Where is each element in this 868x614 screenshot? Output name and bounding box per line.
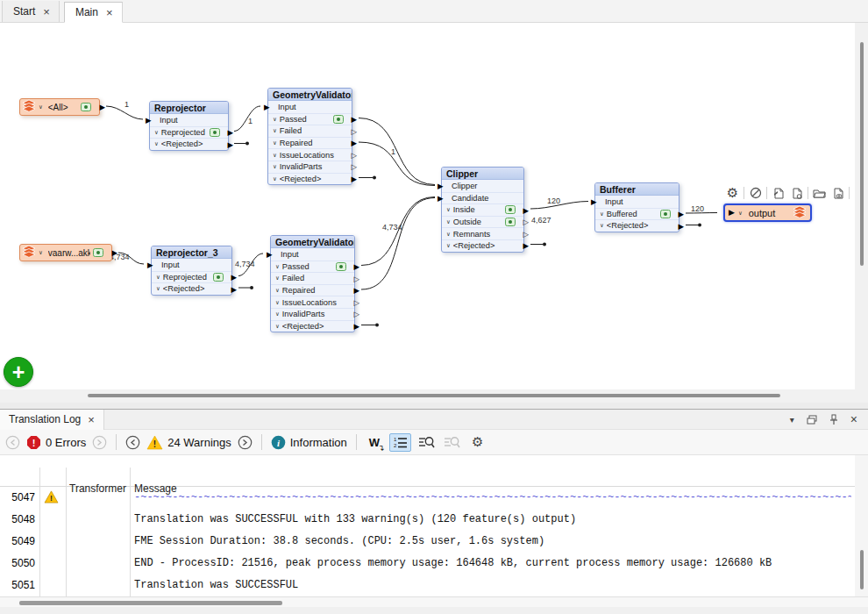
transformer-bufferer[interactable]: Bufferer ▶Input∨Buffered▶∨<Rejected>▶	[594, 182, 679, 232]
input-port-arrow-icon[interactable]: ▶	[438, 182, 444, 190]
tab-main-close-icon[interactable]: ×	[106, 7, 113, 18]
port-input[interactable]: ▶Input	[268, 101, 352, 113]
port-inside[interactable]: ∨Inside▶	[442, 203, 523, 216]
transformer-title[interactable]: Reprojector_3	[152, 246, 231, 259]
writer-feature-type-output[interactable]: ▶ ∨ output	[723, 203, 812, 222]
output-port-arrow-icon[interactable]: ▶	[523, 207, 529, 215]
tab-main[interactable]: Main ×	[64, 2, 123, 23]
inspect-eye-icon[interactable]	[81, 103, 91, 111]
output-port-arrow-icon[interactable]: ▶	[678, 211, 684, 218]
port-rejected[interactable]: ∨<Rejected>▶	[152, 282, 231, 295]
inspect-eye-icon[interactable]	[660, 210, 671, 218]
log-vertical-scrollbar[interactable]	[855, 455, 868, 596]
output-port-arrow-icon[interactable]: ▶	[231, 274, 237, 282]
copy-parameters-icon[interactable]	[789, 185, 804, 201]
output-port-arrow-icon[interactable]: ▷	[353, 275, 359, 283]
port-failed[interactable]: ∨Failed▷	[271, 272, 354, 284]
close-icon[interactable]: ×	[850, 412, 857, 426]
port-rejected[interactable]: ∨<Rejected>▶	[271, 320, 354, 332]
port-repaired[interactable]: ∨Repaired▶	[271, 284, 354, 296]
log-settings-gear-icon[interactable]: ⚙	[468, 433, 487, 452]
next-error-icon[interactable]	[92, 435, 107, 450]
port-rejected[interactable]: ∨<Rejected>▶	[595, 219, 679, 232]
input-port-arrow-icon[interactable]: ▶	[438, 195, 444, 203]
port-rejected[interactable]: ∨<Rejected>▶	[150, 138, 228, 150]
inspect-eye-icon[interactable]	[210, 128, 220, 137]
output-port-arrow-icon[interactable]: ▶	[353, 263, 359, 271]
port-repaired[interactable]: ∨Repaired▶	[268, 137, 352, 149]
transformer-geometryvalidator-2[interactable]: GeometryValidator_2 ▶Input∨Passed▶∨Faile…	[270, 235, 355, 332]
port-passed[interactable]: ∨Passed▶	[268, 113, 352, 125]
input-port-arrow-icon[interactable]: ▶	[146, 117, 152, 125]
show-row-numbers-icon[interactable]: 12	[389, 433, 411, 452]
pin-icon[interactable]	[829, 414, 838, 425]
output-port-arrow-icon[interactable]: ▶	[678, 223, 684, 231]
inspect-eye-icon[interactable]	[505, 218, 516, 226]
scrollbar-thumb[interactable]	[860, 550, 864, 589]
inspect-eye-icon[interactable]	[333, 115, 344, 124]
output-port-arrow-icon[interactable]: ▶	[523, 242, 529, 250]
port-candidate[interactable]: ▶Candidate	[442, 192, 523, 204]
open-folder-icon[interactable]	[812, 185, 827, 201]
output-port-arrow-icon[interactable]: ▶	[99, 104, 105, 111]
previous-error-icon[interactable]	[5, 435, 20, 450]
log-row[interactable]: 5048 Translation was SUCCESSFUL with 133…	[0, 509, 855, 531]
transformer-title[interactable]: GeometryValidator_2	[271, 236, 354, 248]
transformer-reprojector-3[interactable]: Reprojector_3 ▶Input∨Reprojected▶∨<Rejec…	[151, 246, 232, 296]
scrollbar-thumb[interactable]	[88, 394, 780, 397]
warnings-badge[interactable]: ! 24 Warnings	[146, 435, 231, 450]
edit-parameters-icon[interactable]	[771, 185, 786, 201]
port-input[interactable]: ▶Input	[595, 196, 679, 208]
transformer-title[interactable]: Reprojector	[150, 102, 228, 114]
log-table[interactable]: Transformer Message 5047 ! -~-~-~-~-~-~-…	[0, 455, 855, 596]
input-port-arrow-icon[interactable]: ▶	[591, 198, 597, 206]
information-toggle[interactable]: i Information	[271, 435, 347, 450]
port-clipper[interactable]: ▶Clipper	[442, 180, 523, 192]
transformer-title[interactable]: Clipper	[442, 168, 523, 180]
panel-splitter[interactable]	[0, 403, 868, 410]
port-buffered[interactable]: ∨Buffered▶	[595, 208, 679, 220]
output-port-arrow-icon[interactable]: ▷	[523, 231, 529, 239]
output-port-arrow-icon[interactable]: ▷	[523, 218, 529, 226]
input-port-arrow-icon[interactable]: ▶	[264, 104, 270, 111]
tab-start-close-icon[interactable]: ×	[43, 6, 50, 18]
transformer-clipper[interactable]: Clipper ▶Clipper▶Candidate∨Inside▶∨Outsi…	[441, 167, 524, 253]
port-remnants[interactable]: ∨Remnants▷	[442, 227, 523, 239]
scrollbar-thumb[interactable]	[860, 42, 864, 266]
inspect-eye-icon[interactable]	[336, 262, 346, 271]
tab-translation-log[interactable]: Translation Log ×	[0, 410, 104, 430]
output-port-arrow-icon[interactable]: ▶	[353, 323, 359, 331]
find-in-selected-icon[interactable]	[443, 433, 462, 452]
output-port-arrow-icon[interactable]: ▷	[351, 163, 357, 171]
transformer-reprojector[interactable]: Reprojector ▶Input∨Reprojected▶∨<Rejecte…	[149, 101, 229, 151]
output-port-arrow-icon[interactable]: ▶	[111, 249, 117, 257]
dropdown-caret-icon[interactable]: ▾	[790, 415, 794, 425]
next-warning-icon[interactable]	[238, 435, 253, 450]
reader-feature-type-vaarw[interactable]: ∨ vaarw...akken ▶	[19, 244, 112, 261]
add-transformer-button[interactable]: +	[4, 357, 33, 387]
scrollbar-thumb[interactable]	[19, 601, 282, 605]
output-port-arrow-icon[interactable]: ▶	[351, 116, 357, 124]
view-written-data-icon[interactable]	[830, 185, 845, 201]
word-wrap-icon[interactable]: W↴	[366, 436, 383, 449]
port-invalidparts[interactable]: ∨InvalidParts▷	[271, 308, 354, 320]
port-input[interactable]: ▶Input	[271, 248, 354, 261]
transformer-geometryvalidator[interactable]: GeometryValidator ▶Input∨Passed▶∨Failed▷…	[267, 88, 352, 185]
tab-start[interactable]: Start ×	[2, 1, 60, 22]
port-failed[interactable]: ∨Failed▷	[268, 125, 352, 137]
log-tab-close-icon[interactable]: ×	[88, 413, 95, 426]
port-passed[interactable]: ∨Passed▶	[271, 261, 354, 273]
transformer-title[interactable]: Bufferer	[595, 183, 679, 196]
port-reprojected[interactable]: ∨Reprojected▶	[152, 271, 231, 283]
output-port-arrow-icon[interactable]: ▶	[227, 129, 233, 137]
port-outside[interactable]: ∨Outside▷	[442, 216, 523, 228]
port-rejected[interactable]: ∨<Rejected>▶	[268, 173, 352, 185]
log-row[interactable]: 5049 FME Session Duration: 38.8 seconds.…	[0, 531, 855, 553]
inspect-eye-icon[interactable]	[213, 273, 224, 282]
log-row[interactable]: 5050 END - ProcessID: 21516, peak proces…	[0, 553, 855, 575]
canvas-vertical-scrollbar[interactable]	[855, 23, 868, 389]
port-input[interactable]: ▶Input	[152, 259, 231, 271]
port-reprojected[interactable]: ∨Reprojected▶	[150, 126, 228, 139]
output-port-arrow-icon[interactable]: ▶	[231, 286, 237, 294]
inspect-eye-icon[interactable]	[505, 205, 516, 214]
